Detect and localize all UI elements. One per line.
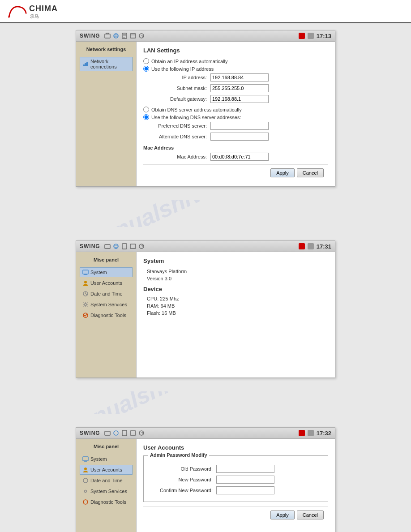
close-button-1[interactable] (299, 33, 305, 39)
toolbar-icon-2-3[interactable] (121, 243, 128, 250)
button-row-1: Apply Cancel (143, 164, 328, 181)
sidebar-item-system-3[interactable]: System (80, 454, 133, 464)
cancel-button-1[interactable]: Cancel (297, 168, 324, 177)
titlebar-right-3: 17:32 (299, 430, 331, 437)
close-button-2[interactable] (299, 243, 305, 249)
close-button-3[interactable] (299, 430, 305, 436)
sidebar-item-user-accounts-3[interactable]: User Accounts (80, 465, 133, 475)
minimize-button-2[interactable] (308, 243, 314, 249)
titlebar-left-1: SWING (80, 32, 145, 39)
subnet-input[interactable] (210, 84, 269, 92)
toolbar-icon-3-4[interactable] (129, 429, 137, 437)
toolbar-icon-3-1[interactable] (104, 429, 111, 437)
panel-network: SWING (76, 30, 335, 187)
panel-title-1: SWING (80, 33, 100, 39)
radio-row-4: Use the following DNS server addresses: (143, 114, 328, 120)
radio-auto-dns-label: Obtain DNS server address automatically (151, 107, 242, 112)
toolbar-icon-5[interactable]: ? (138, 32, 145, 39)
toolbar-icon-4[interactable] (129, 32, 137, 39)
apply-button-1[interactable]: Apply (270, 168, 295, 177)
titlebar-1: SWING (76, 30, 335, 42)
svg-text:?: ? (141, 431, 143, 436)
titlebar-right-2: 17:31 (299, 243, 331, 250)
sidebar-label-system: System (90, 270, 107, 275)
minimize-button-1[interactable] (308, 33, 314, 39)
toolbar-icon-2-1[interactable] (104, 243, 111, 250)
dns1-input[interactable] (210, 122, 269, 130)
main-content-1: LAN Settings Obtain an IP address automa… (137, 42, 335, 186)
titlebar-right-1: 17:13 (299, 33, 331, 39)
brand-name: CHIMA (29, 4, 58, 13)
sidebar-item-datetime-2[interactable]: Date and Time (80, 289, 133, 299)
sidebar-item-datetime-3[interactable]: Date and Time (80, 476, 133, 485)
toolbar-icon-3-3[interactable] (121, 429, 128, 437)
logo-bar: CHIMA 承马 (0, 0, 411, 23)
sidebar-label-services-3: System Services (90, 489, 127, 494)
subnet-label: Subnet mask: (143, 86, 210, 91)
panel-body-1: Network settings Network connections LAN… (76, 42, 335, 186)
sidebar-item-diagnostic-3[interactable]: Diagnostic Tools (80, 497, 133, 507)
form-row-new-password: New Password: (149, 476, 322, 484)
svg-rect-10 (83, 64, 85, 66)
minimize-button-3[interactable] (308, 430, 314, 436)
svg-rect-13 (105, 245, 110, 249)
sidebar-item-diagnostic-2[interactable]: Diagnostic Tools (80, 310, 133, 320)
toolbar-icon-2-4[interactable] (129, 243, 137, 250)
panel-toolbar-2: ? (104, 243, 145, 250)
toolbar-icon-3[interactable] (121, 32, 128, 39)
sidebar-title-2: Misc panel (80, 256, 133, 264)
panel-title-3: SWING (80, 430, 100, 436)
toolbar-icon-3-5[interactable]: ? (138, 429, 145, 437)
form-row-dns1: Preferred DNS server: (143, 122, 328, 130)
sidebar-item-services-3[interactable]: System Services (80, 486, 133, 496)
radio-auto-ip[interactable] (143, 58, 149, 64)
svg-rect-19 (83, 270, 88, 274)
device-title: Device (143, 286, 328, 292)
user-icon-3 (82, 467, 89, 473)
sidebar-item-user-accounts-2[interactable]: User Accounts (80, 278, 133, 288)
watermark-text-2: manualshive.com (57, 391, 246, 414)
svg-point-38 (85, 490, 87, 493)
sidebar-item-system[interactable]: System (80, 267, 133, 277)
confirm-password-input[interactable] (216, 486, 274, 494)
sidebar-item-services-2[interactable]: System Services (80, 300, 133, 309)
radio-auto-dns[interactable] (143, 107, 149, 112)
sidebar-title-3: Misc panel (80, 442, 133, 450)
toolbar-icon-2[interactable] (112, 32, 120, 39)
watermark-area-2: manualshive.com (9, 391, 402, 414)
main-content-2: System Starways Platform Version 3.0 Dev… (137, 252, 335, 378)
section-title-1: LAN Settings (143, 47, 328, 54)
sidebar-item-network-connections[interactable]: Network connections (80, 57, 133, 71)
gateway-input[interactable] (210, 95, 269, 103)
form-row-confirm-password: Confirm New Password: (149, 486, 322, 494)
radio-auto-ip-label: Obtain an IP address automatically (151, 59, 227, 64)
sidebar-label-user-accounts-3: User Accounts (90, 467, 122, 472)
toolbar-icon-2-5[interactable]: ? (138, 243, 145, 250)
section-title-3: User Accounts (143, 444, 328, 451)
ip-input[interactable] (210, 73, 269, 82)
svg-rect-31 (130, 431, 136, 435)
svg-line-25 (86, 294, 87, 295)
dns2-input[interactable] (210, 133, 269, 141)
watermark-area-1: manualshive.com (9, 200, 402, 227)
services-icon-3 (82, 488, 89, 494)
sidebar-label-diagnostic-3: Diagnostic Tools (90, 499, 126, 505)
radio-manual-ip[interactable] (143, 66, 149, 72)
old-password-input[interactable] (216, 465, 274, 473)
device-info-1: RAM: 64 MB (143, 303, 328, 309)
titlebar-left-2: SWING (80, 243, 145, 250)
sidebar-1: Network settings Network connections (76, 42, 137, 186)
apply-button-3[interactable]: Apply (270, 511, 295, 519)
svg-rect-34 (83, 457, 88, 461)
toolbar-icon-1[interactable] (104, 32, 111, 39)
diagnostic-icon-3 (82, 499, 89, 505)
clock-2: 17:31 (317, 243, 331, 250)
new-password-input[interactable] (216, 476, 274, 484)
panel-body-3: Misc panel System User Accounts (76, 439, 335, 532)
toolbar-icon-2-2[interactable] (112, 243, 120, 250)
mac-input[interactable] (210, 153, 269, 161)
toolbar-icon-3-2[interactable] (112, 429, 120, 437)
cancel-button-3[interactable]: Cancel (297, 511, 324, 519)
radio-manual-dns[interactable] (143, 114, 149, 120)
titlebar-2: SWING (76, 241, 335, 252)
